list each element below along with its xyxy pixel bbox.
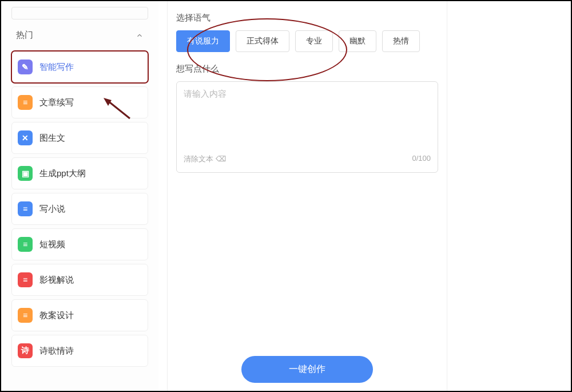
sidebar-item-poetry[interactable]: 诗 诗歌情诗 — [11, 335, 148, 367]
doc-icon: ≡ — [18, 201, 33, 216]
clear-text-button[interactable]: 清除文本 ⌫ — [184, 154, 226, 164]
sidebar-item-image-to-text[interactable]: ✕ 图生文 — [11, 122, 148, 154]
sidebar-item-ppt-outline[interactable]: ▣ 生成ppt大纲 — [11, 157, 148, 189]
content-textarea[interactable] — [184, 89, 431, 152]
main-panel: 选择语气 有说服力 正式得体 专业 幽默 热情 想写点什么 清除文本 ⌫ 0/1… — [167, 1, 447, 391]
category-hot[interactable]: 热门 — [11, 24, 148, 46]
char-counter: 0/100 — [412, 154, 431, 164]
sidebar-item-smart-writing[interactable]: ✎ 智能写作 — [11, 51, 148, 83]
tone-enthusiastic[interactable]: 热情 — [382, 30, 420, 52]
chevron-up-icon — [136, 31, 144, 39]
sidebar-item-novel[interactable]: ≡ 写小说 — [11, 193, 148, 225]
image-icon: ✕ — [18, 130, 33, 145]
sidebar-item-label: 教案设计 — [39, 310, 74, 321]
doc-icon: ≡ — [18, 272, 33, 287]
tone-group: 有说服力 正式得体 专业 幽默 热情 — [176, 30, 438, 52]
sidebar-item-movie-commentary[interactable]: ≡ 影视解说 — [11, 264, 148, 296]
sidebar-item-label: 智能写作 — [39, 62, 74, 73]
sidebar-item-lesson-plan[interactable]: ≡ 教案设计 — [11, 299, 148, 331]
poem-icon: 诗 — [18, 343, 33, 358]
tone-humor[interactable]: 幽默 — [339, 30, 376, 52]
doc-icon: ≡ — [18, 95, 33, 110]
content-label: 想写点什么 — [176, 64, 438, 74]
sidebar-item-short-video[interactable]: ≡ 短视频 — [11, 228, 148, 260]
sidebar-item-label: 诗歌情诗 — [39, 346, 74, 357]
sidebar-item-label: 短视频 — [39, 239, 65, 250]
slide-icon: ▣ — [18, 166, 33, 181]
sidebar-item-label: 生成ppt大纲 — [39, 168, 86, 179]
search-input[interactable] — [11, 7, 148, 19]
doc-icon: ≡ — [18, 237, 33, 252]
sidebar-item-label: 写小说 — [39, 204, 65, 215]
sidebar-item-label: 影视解说 — [39, 275, 74, 286]
category-label: 热门 — [16, 30, 33, 41]
tone-persuasive[interactable]: 有说服力 — [176, 30, 230, 52]
doc-pen-icon: ✎ — [18, 60, 33, 74]
create-button[interactable]: 一键创作 — [241, 356, 373, 383]
tone-professional[interactable]: 专业 — [295, 30, 333, 52]
tone-formal[interactable]: 正式得体 — [236, 30, 289, 52]
editor-wrap: 清除文本 ⌫ 0/100 — [176, 81, 438, 173]
sidebar-item-continue-writing[interactable]: ≡ 文章续写 — [11, 86, 148, 118]
sidebar-item-label: 图生文 — [39, 133, 65, 144]
sidebar: 热门 ✎ 智能写作 ≡ 文章续写 ✕ 图生文 ▣ 生成ppt大纲 ≡ 写小说 ≡… — [1, 1, 158, 391]
doc-icon: ≡ — [18, 308, 33, 323]
sidebar-item-label: 文章续写 — [39, 97, 74, 108]
menu-list: ✎ 智能写作 ≡ 文章续写 ✕ 图生文 ▣ 生成ppt大纲 ≡ 写小说 ≡ 短视… — [11, 51, 148, 367]
tone-label: 选择语气 — [176, 13, 438, 23]
